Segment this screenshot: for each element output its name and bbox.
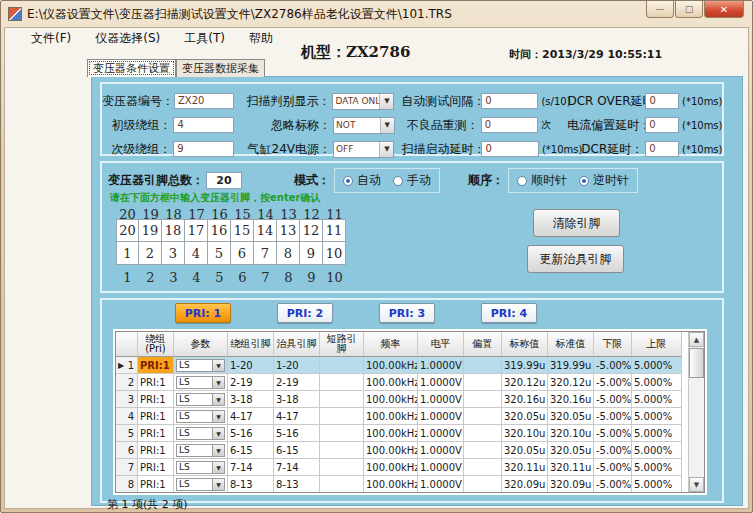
mode-option-2[interactable]: 手动: [393, 172, 431, 189]
level-cell[interactable]: 1.0000V: [418, 391, 464, 408]
param-select[interactable]: LS▼: [176, 359, 225, 372]
order-radio-selected[interactable]: [579, 176, 589, 186]
mode-option-1[interactable]: 自动: [343, 172, 381, 189]
pin-input-cell[interactable]: 20: [116, 219, 139, 242]
pin-input-cell[interactable]: 19: [139, 219, 162, 242]
row-selector[interactable]: 4: [116, 408, 138, 425]
nominal-cell[interactable]: 320.05u: [502, 408, 548, 425]
upper-limit-cell[interactable]: 5.000%: [632, 476, 682, 493]
order-option-2[interactable]: 逆时针: [579, 172, 629, 189]
standard-cell[interactable]: 320.05u: [548, 442, 594, 459]
lower-limit-cell[interactable]: -5.00%: [594, 408, 632, 425]
pin-input-cell[interactable]: 6: [231, 242, 254, 265]
param-select[interactable]: LS▼: [176, 376, 225, 389]
fixture-pins-cell[interactable]: 1-20: [274, 357, 320, 374]
current-bias-delay-input[interactable]: 0: [645, 117, 679, 133]
table-row[interactable]: 7PRI:1LS▼7-147-14100.00kHz1.0000V320.11u…: [116, 459, 688, 476]
pin-input-cell[interactable]: 2: [139, 242, 162, 265]
mode-radio[interactable]: [393, 176, 403, 186]
level-cell[interactable]: 1.0000V: [418, 459, 464, 476]
table-row[interactable]: 2PRI:1LS▼2-192-19100.00kHz1.0000V320.12u…: [116, 374, 688, 391]
bias-cell[interactable]: [464, 459, 502, 476]
chevron-down-icon[interactable]: ▼: [380, 118, 394, 133]
short-pins-cell[interactable]: [320, 459, 364, 476]
level-cell[interactable]: 1.0000V: [418, 425, 464, 442]
clear-pins-button[interactable]: 清除引脚: [533, 209, 620, 237]
pri-2-button[interactable]: PRI: 2: [277, 303, 333, 323]
order-radio[interactable]: [517, 176, 527, 186]
short-pins-cell[interactable]: [320, 374, 364, 391]
scroll-down-icon[interactable]: ▼: [689, 477, 704, 492]
bias-cell[interactable]: [464, 476, 502, 493]
pin-input-cell[interactable]: 13: [277, 219, 300, 242]
standard-cell[interactable]: 320.16u: [548, 391, 594, 408]
nominal-cell[interactable]: 320.09u: [502, 476, 548, 493]
nominal-cell[interactable]: 320.05u: [502, 442, 548, 459]
winding-cell[interactable]: PRI:1: [138, 408, 174, 425]
row-selector[interactable]: 3: [116, 391, 138, 408]
pin-input-cell[interactable]: 17: [185, 219, 208, 242]
pin-input-cell[interactable]: 7: [254, 242, 277, 265]
level-cell[interactable]: 1.0000V: [418, 476, 464, 493]
pin-input-cell[interactable]: 4: [185, 242, 208, 265]
ignore-nominal-select[interactable]: NOT▼: [333, 117, 394, 134]
auto-test-interval-input[interactable]: 0: [481, 93, 538, 109]
fixture-pins-cell[interactable]: 8-13: [274, 476, 320, 493]
bias-cell[interactable]: [464, 408, 502, 425]
winding-cell[interactable]: PRI:1: [138, 425, 174, 442]
standard-cell[interactable]: 320.12u: [548, 374, 594, 391]
winding-pins-cell[interactable]: 7-14: [228, 459, 274, 476]
winding-cell[interactable]: PRI:1: [138, 391, 174, 408]
chevron-down-icon[interactable]: ▼: [212, 411, 224, 422]
pin-input-cell[interactable]: 16: [208, 219, 231, 242]
level-cell[interactable]: 1.0000V: [418, 374, 464, 391]
pri-4-button[interactable]: PRI: 4: [481, 303, 537, 323]
level-cell[interactable]: 1.0000V: [418, 442, 464, 459]
winding-cell[interactable]: PRI:1: [138, 476, 174, 493]
upper-limit-cell[interactable]: 5.000%: [632, 357, 682, 374]
bias-cell[interactable]: [464, 425, 502, 442]
short-pins-cell[interactable]: [320, 476, 364, 493]
table-row[interactable]: 4PRI:1LS▼4-174-17100.00kHz1.0000V320.05u…: [116, 408, 688, 425]
standard-cell[interactable]: 320.10u: [548, 425, 594, 442]
short-pins-cell[interactable]: [320, 391, 364, 408]
lower-limit-cell[interactable]: -5.00%: [594, 391, 632, 408]
short-pins-cell[interactable]: [320, 442, 364, 459]
param-select[interactable]: LS▼: [176, 410, 225, 423]
chevron-down-icon[interactable]: ▼: [379, 142, 393, 157]
table-row[interactable]: 6PRI:1LS▼6-156-15100.00kHz1.0000V320.05u…: [116, 442, 688, 459]
chevron-down-icon[interactable]: ▼: [212, 479, 224, 490]
frequency-cell[interactable]: 100.00kHz: [364, 391, 418, 408]
table-row[interactable]: 3PRI:1LS▼3-183-18100.00kHz1.0000V320.16u…: [116, 391, 688, 408]
dcr-over-delay-input[interactable]: 0: [645, 93, 679, 109]
table-scrollbar[interactable]: ▲ ▼: [688, 332, 704, 492]
bias-cell[interactable]: [464, 442, 502, 459]
tab-data-collection[interactable]: 变压器数据采集: [176, 59, 265, 77]
winding-pins-cell[interactable]: 2-19: [228, 374, 274, 391]
level-cell[interactable]: 1.0000V: [418, 408, 464, 425]
retest-count-input[interactable]: 0: [481, 117, 539, 133]
chevron-down-icon[interactable]: ▼: [212, 445, 224, 456]
winding-cell[interactable]: PRI:1: [138, 442, 174, 459]
table-row[interactable]: 8PRI:1LS▼8-138-13100.00kHz1.0000V320.09u…: [116, 476, 688, 493]
nominal-cell[interactable]: 320.10u: [502, 425, 548, 442]
winding-pins-cell[interactable]: 6-15: [228, 442, 274, 459]
frequency-cell[interactable]: 100.00kHz: [364, 425, 418, 442]
pin-input-cell[interactable]: 18: [162, 219, 185, 242]
nominal-cell[interactable]: 320.16u: [502, 391, 548, 408]
chevron-down-icon[interactable]: ▼: [212, 462, 224, 473]
fixture-pins-cell[interactable]: 4-17: [274, 408, 320, 425]
pin-input-cell[interactable]: 14: [254, 219, 277, 242]
winding-pins-cell[interactable]: 5-16: [228, 425, 274, 442]
frequency-cell[interactable]: 100.00kHz: [364, 408, 418, 425]
tab-condition-settings[interactable]: 变压器条件设置: [87, 59, 176, 77]
bias-cell[interactable]: [464, 391, 502, 408]
winding-pins-cell[interactable]: 4-17: [228, 408, 274, 425]
frequency-cell[interactable]: 100.00kHz: [364, 476, 418, 493]
secondary-winding-input[interactable]: 9: [173, 141, 234, 157]
pin-input-cell[interactable]: 11: [323, 219, 346, 242]
upper-limit-cell[interactable]: 5.000%: [632, 442, 682, 459]
param-select[interactable]: LS▼: [176, 427, 225, 440]
param-cell[interactable]: LS▼: [174, 425, 228, 442]
frequency-cell[interactable]: 100.00kHz: [364, 442, 418, 459]
